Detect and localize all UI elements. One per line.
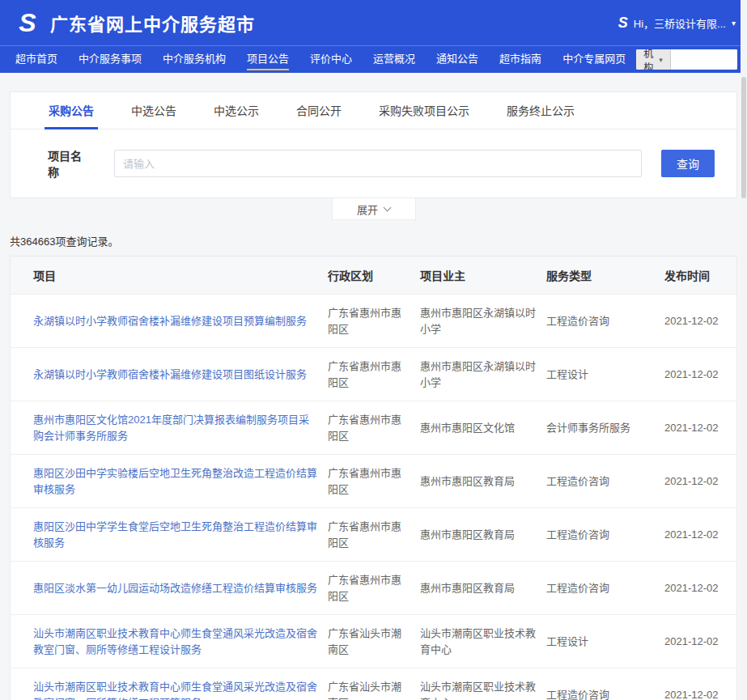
table-row: 惠阳区淡水第一幼儿园运动场改造修缮工程造价结算审核服务 广东省惠州市惠阳区 惠州… (11, 562, 736, 615)
date-cell: 2021-12-02 (664, 562, 736, 615)
type-cell: 工程设计 (546, 348, 664, 401)
table-header-row: 项目 行政区划 项目业主 服务类型 发布时间 (11, 257, 736, 295)
project-name-input[interactable] (114, 150, 642, 177)
type-cell: 会计师事务所服务 (546, 401, 664, 455)
owner-cell: 惠州市惠阳区教育局 (420, 455, 546, 508)
project-link[interactable]: 惠阳区沙田中学学生食堂后空地卫生死角整治工程造价结算审核服务 (33, 520, 317, 549)
date-cell: 2021-12-02 (664, 401, 736, 455)
project-link[interactable]: 惠州市惠阳区文化馆2021年度部门决算报表编制服务项目采购会计师事务所服务 (33, 414, 309, 442)
owner-cell: 惠州市惠阳区永湖镇以时小学 (420, 348, 546, 401)
scrollbar-thumb[interactable] (741, 77, 746, 198)
column-header-region: 行政区划 (328, 257, 420, 295)
type-cell: 工程造价咨询 (546, 455, 664, 508)
expand-label: 展开 (357, 202, 378, 217)
results-table-card: 项目 行政区划 项目业主 服务类型 发布时间 永湖镇以时小学教师宿舍楼补漏维修建… (10, 256, 737, 700)
user-org-logo-icon: S (618, 15, 628, 32)
user-greeting: Hi，三桥设计有限... (634, 15, 726, 31)
tab-failed-projects[interactable]: 采购失败项目公示 (365, 92, 483, 129)
result-summary: 共364663项查询记录。 (10, 233, 737, 248)
region-cell: 广东省惠州市惠阳区 (328, 348, 420, 401)
nav-item-home[interactable]: 超市首页 (5, 46, 68, 74)
date-cell: 2021-12-02 (664, 668, 736, 700)
logo-letter: S (19, 10, 36, 36)
site-title: 广东省网上中介服务超市 (50, 10, 255, 36)
table-row: 惠阳区沙田中学实验楼后空地卫生死角整治改造工程造价结算审核服务 广东省惠州市惠阳… (11, 455, 736, 508)
tab-service-termination[interactable]: 服务终止公示 (493, 92, 588, 129)
owner-cell: 惠州市惠阳区永湖镇以时小学 (420, 295, 546, 348)
owner-cell: 汕头市潮南区职业技术教育中心 (420, 668, 546, 700)
project-link[interactable]: 汕头市潮南区职业技术教育中心师生食堂通风采光改造及宿舍教室门窗、厕所等修缮工程设… (33, 627, 317, 655)
tab-winning-announcements[interactable]: 中选公告 (117, 92, 190, 129)
owner-cell: 惠州市惠阳区教育局 (420, 562, 546, 615)
expand-toggle-button[interactable]: 展开 (332, 198, 416, 220)
search-category-value: 机构 (643, 49, 653, 70)
nav-item-guide[interactable]: 超市指南 (489, 46, 552, 74)
type-cell: 工程造价咨询 (546, 668, 664, 700)
nav-item-agency-pages[interactable]: 中介专属网页 (552, 46, 636, 74)
announcement-tabs: 采购公告 中选公告 中选公示 合同公开 采购失败项目公示 服务终止公示 (11, 92, 736, 129)
project-name-label: 项目名称 (48, 147, 91, 180)
announcement-filter-card: 采购公告 中选公告 中选公示 合同公开 采购失败项目公示 服务终止公示 项目名称… (10, 91, 737, 198)
scrollbar[interactable] (741, 0, 747, 700)
tab-contract-disclosure[interactable]: 合同公开 (282, 92, 355, 129)
query-button[interactable]: 查询 (661, 150, 715, 177)
table-row: 永湖镇以时小学教师宿舍楼补漏维修建设项目图纸设计服务 广东省惠州市惠阳区 惠州市… (11, 348, 736, 401)
date-cell: 2021-12-02 (664, 455, 736, 508)
search-category-select[interactable]: 机构 ▾ (636, 49, 671, 70)
table-row: 永湖镇以时小学教师宿舍楼补漏维修建设项目预算编制服务 广东省惠州市惠阳区 惠州市… (11, 295, 736, 348)
chevron-down-icon (384, 203, 392, 211)
column-header-date: 发布时间 (664, 257, 736, 295)
nav-item-operation-overview[interactable]: 运营概况 (363, 46, 426, 74)
owner-cell: 惠州市惠阳区文化馆 (420, 401, 546, 455)
app-header: S 广东省网上中介服务超市 S Hi，三桥设计有限... ▾ (0, 0, 747, 45)
region-cell: 广东省惠州市惠阳区 (328, 401, 420, 455)
region-cell: 广东省汕头市潮南区 (328, 668, 420, 700)
nav-item-service-items[interactable]: 中介服务事项 (68, 46, 152, 74)
chevron-down-icon: ▾ (732, 19, 736, 28)
nav-item-project-announcements[interactable]: 项目公告 (236, 46, 299, 74)
project-link[interactable]: 永湖镇以时小学教师宿舍楼补漏维修建设项目预算编制服务 (33, 315, 307, 327)
column-header-type: 服务类型 (546, 257, 664, 295)
column-header-owner: 项目业主 (420, 257, 546, 295)
region-cell: 广东省汕头市潮南区 (328, 615, 420, 668)
chevron-down-icon: ▾ (659, 56, 663, 64)
date-cell: 2021-12-02 (664, 508, 736, 562)
project-link[interactable]: 汕头市潮南区职业技术教育中心师生食堂通风采光改造及宿舍教室门窗、厕所等修缮工程预… (33, 681, 317, 700)
project-link[interactable]: 惠阳区淡水第一幼儿园运动场改造修缮工程造价结算审核服务 (33, 582, 317, 594)
region-cell: 广东省惠州市惠阳区 (328, 455, 420, 508)
table-row: 汕头市潮南区职业技术教育中心师生食堂通风采光改造及宿舍教室门窗、厕所等修缮工程预… (11, 668, 736, 700)
type-cell: 工程造价咨询 (546, 562, 664, 615)
column-header-project: 项目 (11, 257, 328, 295)
global-search-group: 机构 ▾ (636, 49, 737, 70)
type-cell: 工程造价咨询 (546, 295, 664, 348)
date-cell: 2021-12-02 (664, 348, 736, 401)
nav-item-notices[interactable]: 通知公告 (426, 46, 489, 74)
site-logo-icon[interactable]: S (11, 6, 44, 39)
nav-item-service-agencies[interactable]: 中介服务机构 (152, 46, 236, 74)
main-nav: 超市首页 中介服务事项 中介服务机构 项目公告 评价中心 运营概况 通知公告 超… (0, 45, 747, 73)
nav-item-evaluation-center[interactable]: 评价中心 (299, 46, 363, 74)
region-cell: 广东省惠州市惠阳区 (328, 562, 420, 615)
owner-cell: 汕头市潮南区职业技术教育中心 (420, 615, 546, 668)
project-link[interactable]: 永湖镇以时小学教师宿舍楼补漏维修建设项目图纸设计服务 (33, 368, 307, 380)
type-cell: 工程造价咨询 (546, 508, 664, 562)
global-search-input[interactable] (671, 49, 737, 70)
expand-toggle-wrap: 展开 (0, 198, 747, 220)
project-link[interactable]: 惠阳区沙田中学实验楼后空地卫生死角整治改造工程造价结算审核服务 (33, 467, 317, 495)
date-cell: 2021-12-02 (664, 615, 736, 668)
tab-winning-publicity[interactable]: 中选公示 (200, 92, 273, 129)
filter-row: 项目名称 查询 (11, 129, 736, 197)
table-row: 汕头市潮南区职业技术教育中心师生食堂通风采光改造及宿舍教室门窗、厕所等修缮工程设… (11, 615, 736, 668)
results-table: 项目 行政区划 项目业主 服务类型 发布时间 永湖镇以时小学教师宿舍楼补漏维修建… (11, 257, 736, 700)
owner-cell: 惠州市惠阳区教育局 (420, 508, 546, 562)
type-cell: 工程设计 (546, 615, 664, 668)
table-row: 惠州市惠阳区文化馆2021年度部门决算报表编制服务项目采购会计师事务所服务 广东… (11, 401, 736, 455)
tab-purchase-announcements[interactable]: 采购公告 (35, 92, 108, 129)
user-menu[interactable]: S Hi，三桥设计有限... ▾ (618, 15, 736, 32)
table-row: 惠阳区沙田中学学生食堂后空地卫生死角整治工程造价结算审核服务 广东省惠州市惠阳区… (11, 508, 736, 562)
date-cell: 2021-12-02 (664, 295, 736, 348)
region-cell: 广东省惠州市惠阳区 (328, 508, 420, 562)
region-cell: 广东省惠州市惠阳区 (328, 295, 420, 348)
